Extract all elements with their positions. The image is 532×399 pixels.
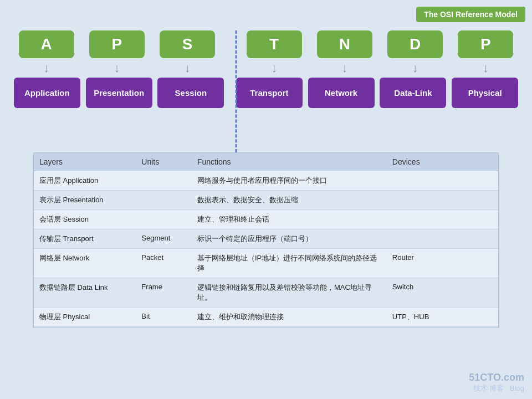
arrow-5: ↓ [317, 61, 372, 75]
cell-layer-0: 应用层 Application [34, 171, 136, 191]
table-row: 物理层 PhysicalBit建立、维护和取消物理连接UTP、HUB [34, 308, 498, 327]
cell-functions-5: 逻辑链接和链路复用以及差错校验等功能，MAC地址寻址。 [192, 278, 387, 308]
label-session: Session [157, 78, 224, 108]
table-row: 应用层 Application网络服务与使用者应用程序间的一个接口 [34, 171, 498, 191]
cell-units-6: Bit [136, 308, 192, 327]
arrow-6: ↓ [387, 61, 443, 75]
cell-devices-5: Switch [387, 278, 498, 308]
col-header-functions: Functions [192, 153, 387, 171]
arrow-7: ↓ [458, 61, 513, 75]
cell-units-5: Frame [136, 278, 192, 308]
cell-functions-6: 建立、维护和取消物理连接 [192, 308, 387, 327]
cell-units-2 [136, 210, 192, 229]
label-network: Network [308, 78, 375, 108]
cell-units-4: Packet [136, 249, 192, 278]
osi-table: Layers Units Functions Devices 应用层 Appli… [34, 153, 498, 327]
label-physical: Physical [452, 78, 518, 108]
label-application: Application [14, 78, 80, 108]
col-header-layers: Layers [34, 153, 136, 171]
title-badge: The OSI Reference Model [416, 7, 525, 22]
cell-layer-5: 数据链路层 Data Link [34, 278, 136, 308]
letter-T: T [247, 30, 302, 58]
arrow-3: ↓ [160, 61, 215, 75]
divider-space2 [229, 78, 231, 108]
cell-devices-6: UTP、HUB [387, 308, 498, 327]
cell-functions-1: 数据表示、数据安全、数据压缩 [192, 191, 387, 210]
arrow-1: ↓ [19, 61, 74, 75]
arrows-row: ↓ ↓ ↓ ↓ ↓ ↓ ↓ [11, 58, 521, 78]
watermark: 51CTO.com 技术·博客 Blog [469, 372, 524, 393]
letters-row: A P S T N D P [11, 30, 521, 58]
cell-devices-0 [387, 171, 498, 191]
watermark-label: 技术·博客 Blog [469, 383, 524, 393]
col-header-devices: Devices [387, 153, 498, 171]
letter-D: D [387, 30, 443, 58]
table-container: Layers Units Functions Devices 应用层 Appli… [33, 152, 499, 328]
cell-functions-4: 基于网络层地址（IP地址）进行不同网络系统间的路径选择 [192, 249, 387, 278]
letter-S: S [160, 30, 215, 58]
cell-units-1 [136, 191, 192, 210]
cell-layer-4: 网络层 Network [34, 249, 136, 278]
letter-A: A [19, 30, 74, 58]
table-row: 会话层 Session建立、管理和终止会话 [34, 210, 498, 229]
cell-layer-3: 传输层 Transport [34, 229, 136, 249]
cell-devices-1 [387, 191, 498, 210]
label-presentation: Presentation [86, 78, 152, 108]
label-transport: Transport [236, 78, 303, 108]
arrow-2: ↓ [89, 61, 145, 75]
cell-devices-3 [387, 229, 498, 249]
table-header-row: Layers Units Functions Devices [34, 153, 498, 171]
letter-P: P [89, 30, 145, 58]
cell-layer-2: 会话层 Session [34, 210, 136, 229]
labels-row: Application Presentation Session Transpo… [11, 78, 521, 108]
cell-devices-4: Router [387, 249, 498, 278]
label-datalink: Data-Link [380, 78, 446, 108]
dashed-divider [236, 30, 237, 152]
osi-diagram: A P S T N D P ↓ ↓ ↓ ↓ ↓ ↓ ↓ Application … [11, 30, 521, 108]
cell-layer-1: 表示层 Presentation [34, 191, 136, 210]
table-row: 数据链路层 Data LinkFrame逻辑链接和链路复用以及差错校验等功能，M… [34, 278, 498, 308]
cell-devices-2 [387, 210, 498, 229]
col-header-units: Units [136, 153, 192, 171]
cell-layer-6: 物理层 Physical [34, 308, 136, 327]
cell-functions-2: 建立、管理和终止会话 [192, 210, 387, 229]
letter-P2: P [458, 30, 513, 58]
cell-units-3: Segment [136, 229, 192, 249]
table-row: 网络层 NetworkPacket基于网络层地址（IP地址）进行不同网络系统间的… [34, 249, 498, 278]
table-row: 传输层 TransportSegment标识一个特定的应用程序（端口号） [34, 229, 498, 249]
divider-space [230, 30, 231, 58]
letter-N: N [317, 30, 372, 58]
cell-units-0 [136, 171, 192, 191]
cell-functions-0: 网络服务与使用者应用程序间的一个接口 [192, 171, 387, 191]
table-body: 应用层 Application网络服务与使用者应用程序间的一个接口表示层 Pre… [34, 171, 498, 327]
cell-functions-3: 标识一个特定的应用程序（端口号） [192, 229, 387, 249]
table-row: 表示层 Presentation数据表示、数据安全、数据压缩 [34, 191, 498, 210]
arrow-4: ↓ [247, 61, 302, 75]
watermark-site: 51CTO.com [469, 372, 524, 383]
